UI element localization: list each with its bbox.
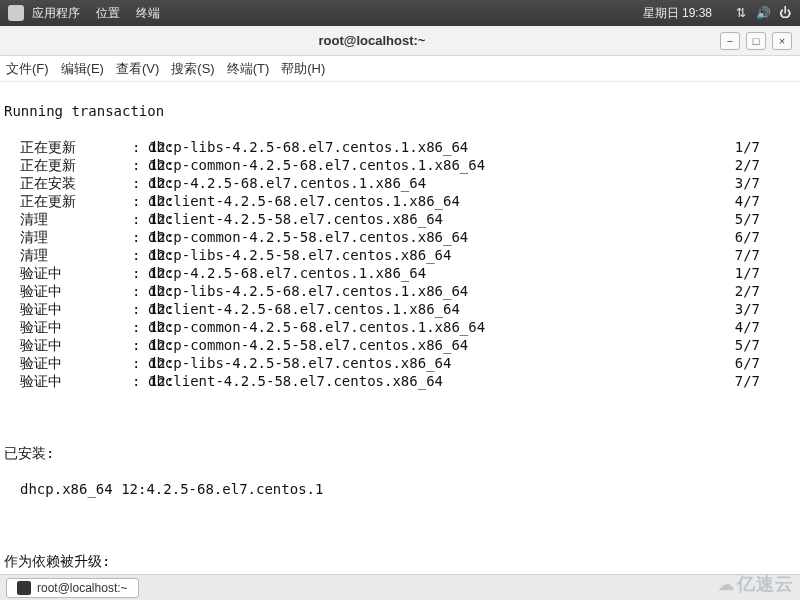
row-progress: 6/7 bbox=[708, 228, 764, 246]
window-minimize-button[interactable]: − bbox=[720, 32, 740, 50]
transaction-row: 正在安装: 12:dhcp-4.2.5-68.el7.centos.1.x86_… bbox=[4, 174, 796, 192]
row-progress: 5/7 bbox=[708, 210, 764, 228]
installed-header: 已安装: bbox=[4, 444, 796, 462]
row-status: 正在安装 bbox=[4, 174, 132, 192]
row-colon: : 12: bbox=[132, 174, 148, 192]
row-package: dhclient-4.2.5-58.el7.centos.x86_64 bbox=[148, 210, 708, 228]
transaction-row: 验证中: 12:dhclient-4.2.5-58.el7.centos.x86… bbox=[4, 372, 796, 390]
row-package: dhclient-4.2.5-68.el7.centos.1.x86_64 bbox=[148, 300, 708, 318]
row-progress: 2/7 bbox=[708, 282, 764, 300]
upgraded-header: 作为依赖被升级: bbox=[4, 552, 796, 570]
transaction-row: 验证中: 12:dhcp-common-4.2.5-68.el7.centos.… bbox=[4, 318, 796, 336]
transaction-row: 验证中: 12:dhcp-libs-4.2.5-68.el7.centos.1.… bbox=[4, 282, 796, 300]
transaction-row: 正在更新: 12:dhcp-common-4.2.5-68.el7.centos… bbox=[4, 156, 796, 174]
row-progress: 3/7 bbox=[708, 300, 764, 318]
row-package: dhclient-4.2.5-68.el7.centos.1.x86_64 bbox=[148, 192, 708, 210]
row-colon: : 12: bbox=[132, 318, 148, 336]
row-colon: : 12: bbox=[132, 246, 148, 264]
terminal-icon bbox=[17, 581, 31, 595]
row-colon: : 12: bbox=[132, 282, 148, 300]
row-package: dhcp-common-4.2.5-58.el7.centos.x86_64 bbox=[148, 336, 708, 354]
row-progress: 7/7 bbox=[708, 372, 764, 390]
taskbar-terminal-button[interactable]: root@localhost:~ bbox=[6, 578, 139, 598]
menu-file[interactable]: 文件(F) bbox=[6, 60, 49, 78]
topbar-menu-applications[interactable]: 应用程序 bbox=[32, 5, 80, 22]
row-colon: : 12: bbox=[132, 354, 148, 372]
topbar-menu-places[interactable]: 位置 bbox=[96, 5, 120, 22]
transaction-row: 验证中: 12:dhcp-4.2.5-68.el7.centos.1.x86_6… bbox=[4, 264, 796, 282]
row-package: dhcp-libs-4.2.5-58.el7.centos.x86_64 bbox=[148, 354, 708, 372]
row-package: dhcp-libs-4.2.5-58.el7.centos.x86_64 bbox=[148, 246, 708, 264]
row-colon: : 12: bbox=[132, 264, 148, 282]
row-package: dhclient-4.2.5-58.el7.centos.x86_64 bbox=[148, 372, 708, 390]
menu-search[interactable]: 搜索(S) bbox=[171, 60, 214, 78]
row-status: 验证中 bbox=[4, 264, 132, 282]
row-package: dhcp-4.2.5-68.el7.centos.1.x86_64 bbox=[148, 174, 708, 192]
terminal-menubar: 文件(F) 编辑(E) 查看(V) 搜索(S) 终端(T) 帮助(H) bbox=[0, 56, 800, 82]
transaction-row: 清理: 12:dhcp-libs-4.2.5-58.el7.centos.x86… bbox=[4, 246, 796, 264]
row-status: 验证中 bbox=[4, 300, 132, 318]
row-colon: : 12: bbox=[132, 156, 148, 174]
row-status: 正在更新 bbox=[4, 138, 132, 156]
power-icon[interactable]: ⏻ bbox=[778, 6, 792, 20]
row-package: dhcp-libs-4.2.5-68.el7.centos.1.x86_64 bbox=[148, 282, 708, 300]
window-close-button[interactable]: × bbox=[772, 32, 792, 50]
row-progress: 7/7 bbox=[708, 246, 764, 264]
desktop-topbar: 应用程序 位置 终端 星期日 19:38 ⇅ 🔊 ⏻ bbox=[0, 0, 800, 26]
gnome-foot-icon bbox=[8, 5, 24, 21]
installed-package: dhcp.x86_64 12:4.2.5-68.el7.centos.1 bbox=[4, 480, 796, 498]
row-status: 验证中 bbox=[4, 354, 132, 372]
window-maximize-button[interactable]: □ bbox=[746, 32, 766, 50]
row-progress: 1/7 bbox=[708, 264, 764, 282]
row-status: 验证中 bbox=[4, 318, 132, 336]
row-status: 正在更新 bbox=[4, 192, 132, 210]
menu-edit[interactable]: 编辑(E) bbox=[61, 60, 104, 78]
row-colon: : 12: bbox=[132, 192, 148, 210]
transaction-row: 验证中: 12:dhclient-4.2.5-68.el7.centos.1.x… bbox=[4, 300, 796, 318]
row-package: dhcp-common-4.2.5-68.el7.centos.1.x86_64 bbox=[148, 156, 708, 174]
topbar-clock[interactable]: 星期日 19:38 bbox=[643, 5, 712, 22]
row-package: dhcp-libs-4.2.5-68.el7.centos.1.x86_64 bbox=[148, 138, 708, 156]
row-status: 正在更新 bbox=[4, 156, 132, 174]
row-progress: 3/7 bbox=[708, 174, 764, 192]
terminal-window: root@localhost:~ − □ × 文件(F) 编辑(E) 查看(V)… bbox=[0, 26, 800, 600]
terminal-output[interactable]: Running transaction 正在更新: 12:dhcp-libs-4… bbox=[0, 82, 800, 600]
menu-help[interactable]: 帮助(H) bbox=[281, 60, 325, 78]
taskbar-app-label: root@localhost:~ bbox=[37, 581, 128, 595]
row-colon: : 12: bbox=[132, 300, 148, 318]
window-titlebar[interactable]: root@localhost:~ − □ × bbox=[0, 26, 800, 56]
row-progress: 5/7 bbox=[708, 336, 764, 354]
transaction-row: 正在更新: 12:dhclient-4.2.5-68.el7.centos.1.… bbox=[4, 192, 796, 210]
menu-terminal[interactable]: 终端(T) bbox=[227, 60, 270, 78]
transaction-row: 清理: 12:dhcp-common-4.2.5-58.el7.centos.x… bbox=[4, 228, 796, 246]
transaction-row: 验证中: 12:dhcp-libs-4.2.5-58.el7.centos.x8… bbox=[4, 354, 796, 372]
row-status: 清理 bbox=[4, 228, 132, 246]
row-progress: 2/7 bbox=[708, 156, 764, 174]
cloud-icon: ☁ bbox=[718, 576, 735, 593]
row-package: dhcp-4.2.5-68.el7.centos.1.x86_64 bbox=[148, 264, 708, 282]
row-status: 清理 bbox=[4, 246, 132, 264]
row-colon: : 12: bbox=[132, 336, 148, 354]
menu-view[interactable]: 查看(V) bbox=[116, 60, 159, 78]
topbar-menu-terminal[interactable]: 终端 bbox=[136, 5, 160, 22]
transaction-row: 清理: 12:dhclient-4.2.5-58.el7.centos.x86_… bbox=[4, 210, 796, 228]
running-transaction-header: Running transaction bbox=[4, 102, 796, 120]
row-colon: : 12: bbox=[132, 228, 148, 246]
row-progress: 4/7 bbox=[708, 318, 764, 336]
row-progress: 4/7 bbox=[708, 192, 764, 210]
window-title: root@localhost:~ bbox=[24, 33, 720, 48]
transaction-row: 验证中: 12:dhcp-common-4.2.5-58.el7.centos.… bbox=[4, 336, 796, 354]
row-colon: : 12: bbox=[132, 372, 148, 390]
row-package: dhcp-common-4.2.5-58.el7.centos.x86_64 bbox=[148, 228, 708, 246]
row-status: 清理 bbox=[4, 210, 132, 228]
row-status: 验证中 bbox=[4, 336, 132, 354]
network-icon[interactable]: ⇅ bbox=[734, 6, 748, 20]
row-status: 验证中 bbox=[4, 282, 132, 300]
row-progress: 1/7 bbox=[708, 138, 764, 156]
volume-icon[interactable]: 🔊 bbox=[756, 6, 770, 20]
watermark-label: ☁亿速云 bbox=[718, 572, 794, 596]
row-progress: 6/7 bbox=[708, 354, 764, 372]
row-status: 验证中 bbox=[4, 372, 132, 390]
transaction-row: 正在更新: 12:dhcp-libs-4.2.5-68.el7.centos.1… bbox=[4, 138, 796, 156]
desktop-taskbar: root@localhost:~ bbox=[0, 574, 800, 600]
